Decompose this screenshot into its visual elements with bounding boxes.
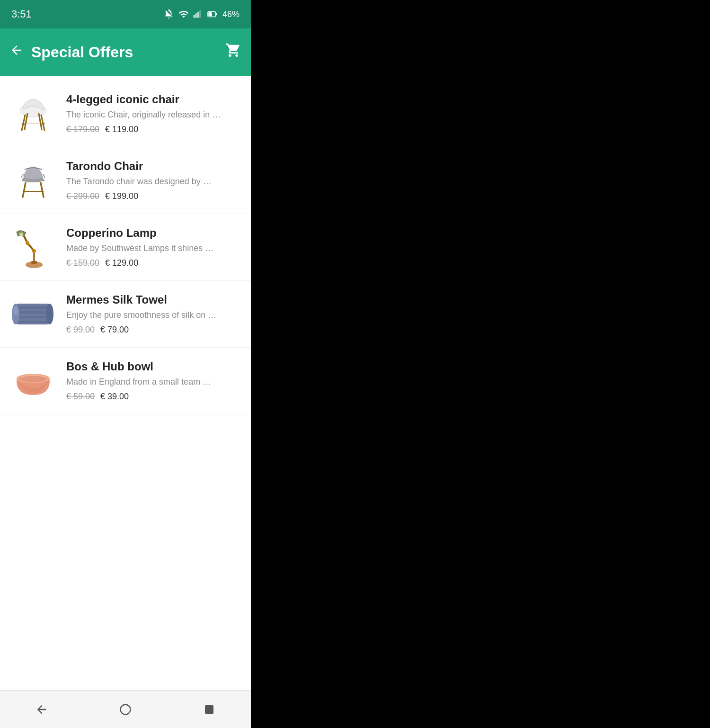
old-price-mermes-towel: € 99.00: [66, 325, 95, 335]
product-desc-iconic-chair: The iconic Chair, originally released in…: [66, 109, 241, 121]
product-desc-copperino-lamp: Made by Southwest Lamps it shines …: [66, 243, 241, 254]
new-price-bos-bowl: € 39.00: [100, 392, 129, 402]
product-info-bos-bowl: Bos & Hub bowl Made in England from a sm…: [66, 360, 241, 402]
svg-point-23: [32, 249, 36, 253]
page-title: Special Offers: [31, 44, 133, 61]
svg-point-32: [46, 304, 53, 324]
svg-line-16: [41, 183, 44, 197]
product-image-iconic-chair: [9, 90, 57, 137]
product-info-tarondo-chair: Tarondo Chair The Tarondo chair was desi…: [66, 160, 241, 201]
product-name-copperino-lamp: Copperino Lamp: [66, 226, 241, 240]
product-prices-tarondo-chair: € 299.00 € 199.00: [66, 191, 241, 201]
status-icons: 46%: [164, 9, 240, 19]
phone-screen: 3:51 46%: [0, 0, 251, 728]
old-price-iconic-chair: € 179.00: [66, 125, 99, 135]
svg-point-36: [120, 704, 130, 714]
product-name-tarondo-chair: Tarondo Chair: [66, 160, 241, 173]
new-price-iconic-chair: € 119.00: [105, 125, 138, 135]
signal-icon: [193, 9, 203, 19]
bell-muted-icon: [164, 9, 174, 19]
product-image-mermes-towel: [9, 290, 57, 338]
new-price-copperino-lamp: € 129.00: [105, 258, 138, 268]
old-price-copperino-lamp: € 159.00: [66, 258, 99, 268]
product-desc-tarondo-chair: The Tarondo chair was designed by …: [66, 176, 241, 188]
iconic-chair-image: [13, 92, 53, 135]
cart-button[interactable]: [225, 42, 241, 62]
nav-home-button[interactable]: [114, 698, 137, 721]
product-prices-copperino-lamp: € 159.00 € 129.00: [66, 258, 241, 268]
nav-back-button[interactable]: [30, 698, 53, 721]
back-button[interactable]: [9, 43, 24, 61]
svg-rect-2: [197, 12, 199, 18]
svg-rect-28: [16, 311, 50, 314]
product-item-iconic-chair[interactable]: 4-legged iconic chair The iconic Chair, …: [0, 81, 251, 147]
svg-rect-6: [215, 13, 217, 16]
svg-rect-1: [195, 13, 197, 18]
product-item-copperino-lamp[interactable]: Copperino Lamp Made by Southwest Lamps i…: [0, 214, 251, 281]
product-name-mermes-towel: Mermes Silk Towel: [66, 293, 241, 306]
svg-line-15: [23, 183, 26, 197]
product-prices-iconic-chair: € 179.00 € 119.00: [66, 125, 241, 135]
product-item-mermes-towel[interactable]: Mermes Silk Towel Enjoy the pure smoothn…: [0, 281, 251, 348]
mermes-towel-image: [12, 295, 54, 333]
product-list: 4-legged iconic chair The iconic Chair, …: [0, 76, 251, 690]
product-item-bos-bowl[interactable]: Bos & Hub bowl Made in England from a sm…: [0, 348, 251, 414]
black-area: [251, 0, 710, 728]
product-info-iconic-chair: 4-legged iconic chair The iconic Chair, …: [66, 93, 241, 135]
svg-point-33: [13, 306, 18, 315]
old-price-tarondo-chair: € 299.00: [66, 191, 99, 201]
svg-rect-5: [208, 12, 212, 16]
svg-rect-0: [194, 15, 195, 18]
copperino-lamp-image: [14, 225, 52, 270]
product-info-mermes-towel: Mermes Silk Towel Enjoy the pure smoothn…: [66, 293, 241, 335]
battery-icon: [206, 9, 219, 19]
svg-rect-37: [205, 705, 213, 714]
svg-rect-30: [16, 321, 50, 323]
battery-percentage: 46%: [222, 9, 240, 19]
bos-bowl-image: [12, 364, 54, 397]
product-name-bos-bowl: Bos & Hub bowl: [66, 360, 241, 373]
svg-rect-27: [16, 306, 50, 309]
tarondo-chair-image: [13, 159, 53, 202]
svg-rect-29: [16, 316, 50, 318]
old-price-bos-bowl: € 59.00: [66, 392, 95, 402]
product-name-iconic-chair: 4-legged iconic chair: [66, 93, 241, 106]
product-info-copperino-lamp: Copperino Lamp Made by Southwest Lamps i…: [66, 226, 241, 268]
app-bar-left: Special Offers: [9, 43, 133, 61]
svg-point-24: [26, 241, 29, 245]
svg-point-35: [20, 376, 46, 382]
product-image-bos-bowl: [9, 357, 57, 404]
svg-rect-25: [31, 261, 37, 264]
status-time: 3:51: [11, 8, 32, 20]
new-price-tarondo-chair: € 199.00: [105, 191, 138, 201]
product-desc-mermes-towel: Enjoy the pure smoothness of silk on …: [66, 309, 241, 321]
nav-recents-button[interactable]: [197, 698, 221, 721]
wifi-icon: [178, 9, 189, 19]
product-image-copperino-lamp: [9, 224, 57, 271]
status-bar: 3:51 46%: [0, 0, 251, 28]
product-prices-bos-bowl: € 59.00 € 39.00: [66, 392, 241, 402]
product-desc-bos-bowl: Made in England from a small team …: [66, 376, 241, 388]
bottom-nav: [0, 690, 251, 728]
product-item-tarondo-chair[interactable]: Tarondo Chair The Tarondo chair was desi…: [0, 147, 251, 214]
svg-rect-3: [199, 10, 201, 18]
app-bar: Special Offers: [0, 28, 251, 76]
product-prices-mermes-towel: € 99.00 € 79.00: [66, 325, 241, 335]
new-price-mermes-towel: € 79.00: [100, 325, 129, 335]
svg-point-22: [19, 233, 23, 236]
product-image-tarondo-chair: [9, 157, 57, 204]
